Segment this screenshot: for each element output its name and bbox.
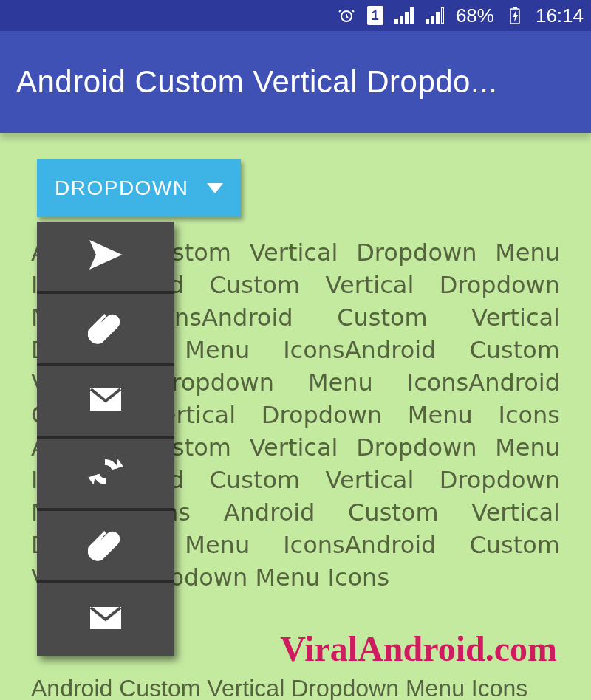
svg-marker-7 (117, 461, 122, 467)
alarm-icon (336, 5, 357, 26)
dropdown-item-mail-2[interactable] (37, 583, 174, 656)
dropdown-item-mail[interactable] (37, 366, 174, 439)
signal-1-icon (394, 5, 414, 26)
dropdown-item-attach[interactable] (37, 294, 174, 366)
clock: 16:14 (536, 4, 584, 27)
svg-marker-8 (89, 476, 95, 483)
dropdown-menu (37, 222, 174, 656)
content-area: Android Custom Vertical Dropdown Menu Ic… (0, 133, 591, 700)
status-bar: 1 68% 16:14 (0, 0, 591, 31)
svg-rect-2 (513, 7, 517, 10)
dropdown-button-label: DROPDOWN (55, 176, 189, 200)
mail-icon (88, 600, 123, 639)
watermark: ViralAndroid.com (280, 628, 557, 669)
body-paragraph-2: Android Custom Vertical Dropdown Menu Ic… (31, 672, 560, 700)
svg-marker-4 (207, 183, 223, 193)
svg-marker-5 (91, 241, 120, 268)
sim-slot-number: 1 (372, 8, 379, 24)
paperclip-icon (88, 309, 123, 348)
dropdown-button[interactable]: DROPDOWN (37, 159, 241, 217)
dropdown-item-send[interactable] (37, 222, 174, 294)
sim-slot-icon: 1 (367, 6, 383, 25)
dropdown: DROPDOWN (37, 159, 241, 656)
battery-charging-icon (505, 5, 525, 26)
mail-icon (88, 382, 123, 420)
send-icon (88, 237, 123, 275)
dropdown-item-refresh[interactable] (37, 439, 174, 511)
chevron-down-icon (207, 176, 223, 200)
page-title: Android Custom Vertical Dropdo... (16, 64, 575, 100)
app-bar: Android Custom Vertical Dropdo... (0, 31, 591, 133)
refresh-icon (88, 454, 123, 493)
dropdown-item-attach-2[interactable] (37, 511, 174, 583)
svg-marker-3 (513, 11, 518, 22)
battery-percent: 68% (456, 4, 494, 27)
paperclip-icon (88, 526, 123, 565)
signal-2-icon (425, 5, 445, 26)
